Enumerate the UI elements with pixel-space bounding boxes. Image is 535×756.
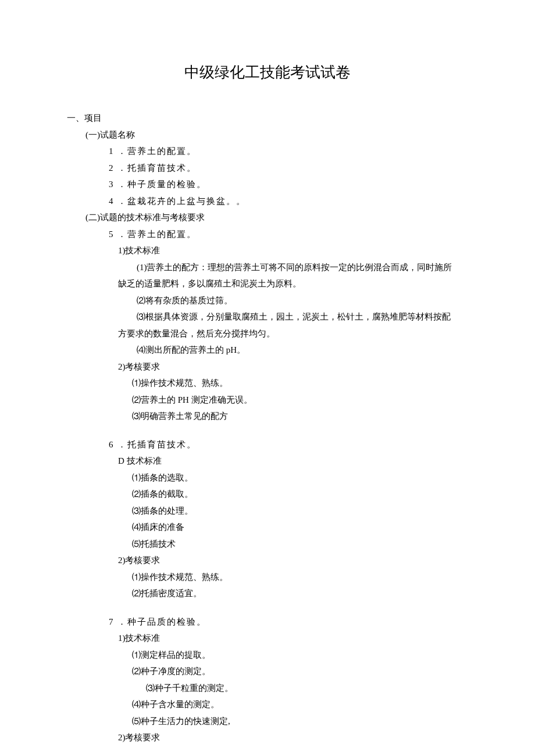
list-item: ⑶插条的处理。 (132, 503, 468, 519)
paragraph: ⑷测出所配的营养土的 pH。 (118, 342, 468, 359)
list-item: ⑶种子千粒重的测定。 (146, 680, 468, 697)
list-item: ⑵托插密度适宜。 (132, 585, 468, 602)
exam-req-heading: 2)考核要求 (118, 359, 468, 375)
exam-req-heading: 2)考核要求 (118, 552, 468, 569)
paragraph: 缺乏的适量肥料，多以腐殖土和泥炭土为原料。 (118, 275, 468, 292)
list-item: ⑴操作技术规范、熟练。 (132, 569, 468, 586)
paragraph: 方要求的数量混合，然后充分搅拌均匀。 (118, 325, 468, 342)
paragraph: ⑵将有杂质的基质过筛。 (118, 292, 468, 309)
list-item: 7 ．种子品质的检验。 (109, 614, 468, 630)
list-item: ⑶明确营养土常见的配方 (132, 408, 468, 425)
list-item: 1 ．营养土的配置。 (109, 143, 468, 160)
list-item: 5 ．营养土的配置。 (109, 226, 468, 243)
list-item: 4 ．盆栽花卉的上盆与换盆。。 (109, 193, 468, 210)
list-item: 3 ．种子质量的检验。 (109, 176, 468, 193)
paragraph: ⑶根据具体资源，分别量取腐殖土，园土，泥炭土，松针土，腐熟堆肥等材料按配 (118, 309, 468, 325)
list-item: ⑴操作技术规范、熟练。 (132, 375, 468, 392)
list-item: ⑵种子净度的测定。 (132, 663, 468, 680)
list-item: ⑵营养土的 PH 测定准确无误。 (132, 392, 468, 409)
page-title: 中级绿化工技能考试试卷 (67, 58, 468, 87)
list-item: ⑷插床的准备 (132, 519, 468, 536)
list-item: ⑴插条的选取。 (132, 470, 468, 486)
list-item: 6 ．托插育苗技术。 (109, 436, 468, 453)
list-item: ⑸种子生活力的快速测定, (132, 713, 468, 730)
list-item: 2 ．托插育苗技术。 (109, 160, 468, 177)
tech-standard-heading: 1)技术标准 (118, 242, 468, 259)
exam-req-heading: 2)考核要求 (118, 729, 468, 746)
subsection-heading: (二)试题的技术标准与考核要求 (85, 209, 468, 226)
section-heading: 一、项目 (67, 110, 468, 127)
paragraph: (1)营养土的配方：理想的营养土可将不同的原料按一定的比例混合而成，同时施所 (118, 259, 468, 276)
subsection-heading: (一)试题名称 (85, 127, 468, 144)
tech-standard-heading: 1)技术标准 (118, 630, 468, 647)
tech-standard-heading: D 技术标准 (118, 453, 468, 470)
list-item: ⑷种子含水量的测定。 (132, 696, 468, 713)
list-item: ⑵插条的截取。 (132, 486, 468, 503)
list-item: ⑴测定样品的提取。 (132, 647, 468, 664)
list-item: ⑸托插技术 (132, 536, 468, 553)
